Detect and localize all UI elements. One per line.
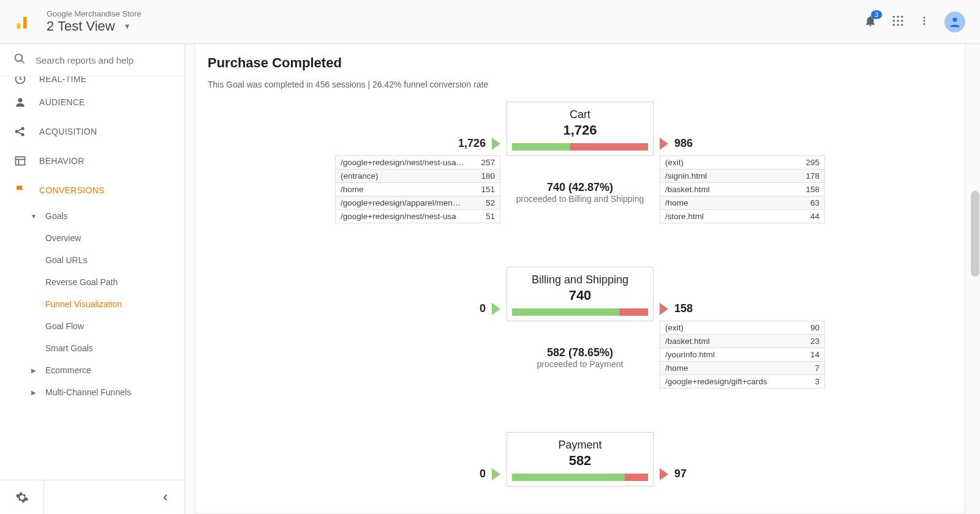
layout-icon bbox=[13, 155, 27, 167]
out-count: 158 bbox=[674, 302, 693, 315]
admin-button[interactable] bbox=[0, 480, 44, 514]
proceed-label: proceeded to Billing and Shipping bbox=[516, 194, 644, 204]
out-count: 986 bbox=[674, 137, 693, 150]
report-card: Purchase Completed This Goal was complet… bbox=[195, 44, 965, 514]
table-row[interactable]: /google+redesign/nest/nest-usa51 bbox=[336, 210, 500, 223]
chevron-down-icon: ▼ bbox=[29, 213, 38, 220]
apps-icon[interactable] bbox=[892, 15, 904, 29]
table-row[interactable]: /home151 bbox=[336, 183, 500, 196]
out-count: 97 bbox=[674, 467, 687, 480]
triangle-right-icon bbox=[660, 138, 668, 150]
funnel-connector-icon bbox=[531, 321, 629, 430]
table-row[interactable]: (exit)90 bbox=[660, 321, 824, 335]
sidebar-footer bbox=[0, 480, 184, 514]
step-in: 0 bbox=[480, 302, 500, 315]
svg-point-20 bbox=[22, 127, 24, 129]
triangle-right-icon bbox=[492, 303, 500, 315]
funnel-step-box: Billing and Shipping 740 bbox=[507, 267, 654, 321]
table-row[interactable]: /basket.html158 bbox=[660, 183, 824, 196]
nav-ecommerce[interactable]: ▶Ecommerce bbox=[27, 359, 184, 381]
main-content: Purchase Completed This Goal was complet… bbox=[185, 44, 980, 514]
nav-behavior[interactable]: BEHAVIOR bbox=[0, 146, 184, 176]
svg-line-22 bbox=[18, 129, 22, 131]
more-icon[interactable] bbox=[919, 15, 930, 29]
svg-point-6 bbox=[897, 20, 899, 21]
nav-goals[interactable]: ▼Goals bbox=[27, 205, 184, 227]
nav-reverse-goal-path[interactable]: Reverse Goal Path bbox=[27, 271, 184, 293]
scrollbar[interactable] bbox=[971, 191, 979, 277]
step-title: Billing and Shipping bbox=[507, 267, 653, 286]
step-in: 1,726 bbox=[458, 137, 500, 150]
table-row[interactable]: /home63 bbox=[660, 196, 824, 210]
funnel-step-box: Payment 582 bbox=[507, 432, 654, 486]
search-icon bbox=[13, 53, 26, 67]
nav-goal-urls[interactable]: Goal URLs bbox=[27, 249, 184, 271]
in-count: 0 bbox=[480, 467, 486, 480]
table-row[interactable]: /signin.html178 bbox=[660, 169, 824, 183]
svg-point-7 bbox=[901, 20, 903, 21]
table-row[interactable]: /google+redesign/gift+cards3 bbox=[660, 375, 824, 389]
table-row[interactable]: /home7 bbox=[660, 362, 824, 375]
nav-label: BEHAVIOR bbox=[39, 156, 85, 166]
search-input[interactable] bbox=[36, 55, 171, 65]
step-count: 740 bbox=[507, 286, 653, 308]
nav-goal-flow[interactable]: Goal Flow bbox=[27, 315, 184, 337]
nav-label: CONVERSIONS bbox=[39, 185, 105, 195]
table-row[interactable]: (exit)295 bbox=[660, 156, 824, 169]
triangle-right-icon bbox=[492, 138, 500, 150]
proceed-count: 740 (42.87%) bbox=[516, 181, 644, 194]
nav-label: ACQUISITION bbox=[39, 127, 97, 136]
table-row[interactable]: /google+redesign/nest/nest-usa…257 bbox=[336, 156, 500, 169]
table-row[interactable]: /store.html44 bbox=[660, 210, 824, 223]
step-out: 97 bbox=[660, 467, 687, 480]
step-in: 0 bbox=[480, 467, 500, 480]
view-name: 2 Test View bbox=[47, 18, 115, 34]
svg-point-10 bbox=[901, 24, 903, 26]
in-paths-table: /google+redesign/nest/nest-usa…257(entra… bbox=[335, 155, 500, 223]
table-row[interactable]: (entrance)180 bbox=[336, 169, 500, 183]
svg-point-18 bbox=[18, 98, 23, 102]
svg-point-9 bbox=[897, 24, 899, 26]
clock-icon bbox=[13, 76, 27, 85]
nav-conversions[interactable]: CONVERSIONS bbox=[0, 176, 184, 205]
nav-multichannel[interactable]: ▶Multi-Channel Funnels bbox=[27, 381, 184, 403]
nav-acquisition[interactable]: ACQUISITION bbox=[0, 117, 184, 146]
svg-line-16 bbox=[21, 61, 24, 64]
notification-badge: 3 bbox=[871, 10, 882, 19]
funnel-connector-icon bbox=[531, 155, 629, 264]
nav-audience[interactable]: AUDIENCE bbox=[0, 88, 184, 117]
step-proceed: 582 (78.65%) proceeded to Payment bbox=[537, 346, 624, 369]
proceed-label: proceeded to Payment bbox=[537, 359, 624, 369]
account-name: Google Merchandise Store bbox=[47, 9, 864, 18]
svg-point-3 bbox=[897, 15, 899, 17]
table-row[interactable]: /basket.html23 bbox=[660, 335, 824, 348]
triangle-right-icon bbox=[492, 468, 500, 480]
sidebar: REAL-TIME AUDIENCE ACQUISITION BEHAVIOR … bbox=[0, 44, 185, 514]
triangle-right-icon bbox=[660, 468, 668, 480]
notifications-button[interactable]: 3 bbox=[864, 14, 877, 30]
svg-point-12 bbox=[924, 20, 925, 21]
nav-smart-goals[interactable]: Smart Goals bbox=[27, 337, 184, 359]
nav-overview[interactable]: Overview bbox=[27, 227, 184, 249]
caret-down-icon: ▼ bbox=[124, 22, 131, 31]
in-count: 1,726 bbox=[458, 137, 486, 150]
funnel-step: Cart 1,726 1,726986740 (42.87%) proceede… bbox=[255, 102, 905, 267]
svg-point-13 bbox=[924, 23, 925, 24]
table-row[interactable]: /google+redesign/apparel/men…52 bbox=[336, 196, 500, 210]
table-row[interactable]: /yourinfo.html14 bbox=[660, 348, 824, 362]
user-avatar[interactable] bbox=[944, 12, 965, 32]
view-selector[interactable]: Google Merchandise Store 2 Test View ▼ bbox=[47, 9, 864, 34]
in-count: 0 bbox=[480, 302, 486, 315]
out-paths-table: (exit)295/signin.html178/basket.html158/… bbox=[660, 155, 825, 223]
flag-icon bbox=[13, 184, 27, 196]
collapse-sidebar-button[interactable] bbox=[44, 480, 184, 514]
svg-point-19 bbox=[16, 130, 18, 132]
funnel-step-box: Cart 1,726 bbox=[507, 102, 654, 156]
nav-funnel-visualization[interactable]: Funnel Visualization bbox=[27, 293, 184, 315]
funnel-step: Billing and Shipping 740 0158582 (78.65%… bbox=[255, 267, 905, 432]
chevron-right-icon: ▶ bbox=[29, 367, 38, 374]
analytics-logo-icon bbox=[15, 13, 32, 31]
svg-point-15 bbox=[15, 54, 23, 62]
nav-realtime[interactable]: REAL-TIME bbox=[0, 76, 184, 88]
step-out: 986 bbox=[660, 137, 693, 150]
